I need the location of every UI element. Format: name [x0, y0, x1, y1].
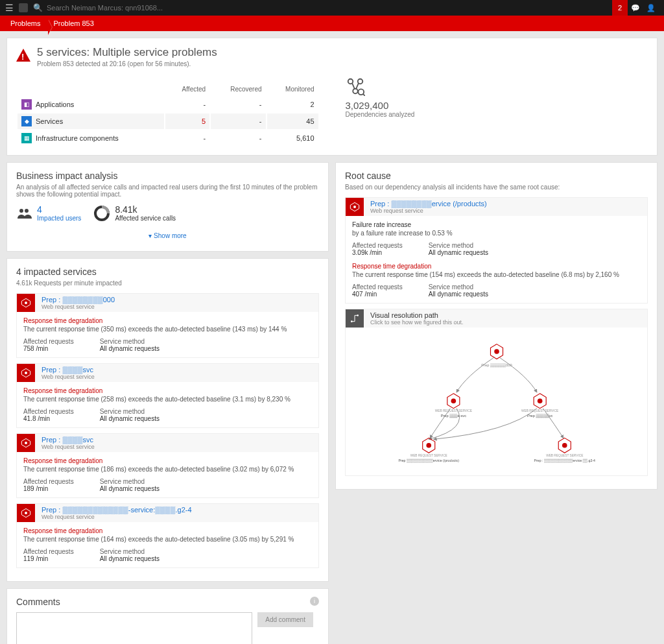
search-icon: 🔍	[33, 3, 43, 12]
svg-point-15	[25, 512, 27, 514]
comment-textarea[interactable]	[16, 612, 252, 644]
add-comment-button[interactable]: Add comment	[257, 612, 313, 627]
impacted-service-item[interactable]: Prep : ▒▒▒▒▒▒▒▒000Web request serviceRes…	[16, 293, 319, 358]
svg-point-6	[25, 209, 29, 213]
svg-point-2	[353, 89, 358, 94]
svg-text:WEB REQUEST SERVICE: WEB REQUEST SERVICE	[410, 454, 447, 457]
affected-calls: 8.41kAffected service calls	[94, 204, 176, 222]
table-row[interactable]: ◧Applications --2	[18, 97, 318, 112]
summary-table: AffectedRecoveredMonitored ◧Applications…	[16, 82, 320, 147]
calls-icon	[94, 206, 110, 221]
infra-icon: ▦	[21, 133, 32, 143]
svg-text:WEB REQUEST SERVICE: WEB REQUEST SERVICE	[434, 409, 471, 412]
impacted-services-card: 4 impacted services 4.61k Requests per m…	[6, 258, 329, 582]
topology-diagram[interactable]: Prep ▒▒▒▒▒▒000 WEB REQUEST SERVICE Prep …	[346, 333, 647, 475]
users-icon	[16, 207, 32, 220]
path-icon	[346, 309, 364, 328]
service-icon	[346, 198, 364, 216]
table-row[interactable]: ▦Infrastructure components --5,610	[18, 130, 318, 146]
table-row[interactable]: ◆Services 5-45	[18, 113, 318, 129]
dependencies-widget: 3,029,400 Dependencies analyzed	[346, 77, 415, 147]
impacted-users-link[interactable]: 4Impacted users	[16, 204, 81, 222]
svg-text:Prep ▒▒▒▒▒vc: Prep ▒▒▒▒▒vc	[527, 414, 552, 418]
svg-text:Prep ▒▒▒e-svc: Prep ▒▒▒e-svc	[440, 414, 466, 418]
svg-text:Prep : ▒▒▒▒▒▒▒▒▒▒▒▒ervice:▒▒.g: Prep : ▒▒▒▒▒▒▒▒▒▒▒▒ervice:▒▒.g2-4	[534, 459, 595, 463]
root-cause-card: Root cause Based on our dependency analy…	[335, 162, 658, 490]
info-icon[interactable]: i	[310, 597, 319, 606]
svg-point-13	[25, 442, 27, 444]
service-name: Prep : ▒▒▒▒svc	[42, 436, 95, 444]
problem-summary-card: 5 services: Multiple service problems Pr…	[6, 38, 658, 156]
page-title: 5 services: Multiple service problems	[37, 46, 217, 59]
crumb-current: Problem 853	[48, 19, 101, 27]
svg-point-9	[25, 302, 27, 304]
service-icon	[17, 364, 35, 382]
search-input[interactable]	[47, 4, 241, 12]
show-more-link[interactable]: ▾ Show more	[16, 228, 319, 243]
comments-card: i Comments Add comment No comments poste…	[6, 588, 329, 644]
impacted-service-item[interactable]: Prep : ▒▒▒▒svcWeb request serviceRespons…	[16, 363, 319, 428]
breadcrumb: Problems Problem 853	[0, 16, 664, 31]
chat-icon[interactable]: 💬	[628, 0, 643, 16]
crumb-problems[interactable]: Problems	[5, 19, 48, 27]
alert-icon	[16, 49, 30, 62]
svg-text:WEB REQUEST SERVICE: WEB REQUEST SERVICE	[546, 454, 583, 457]
svg-line-4	[362, 94, 364, 96]
svg-point-17	[353, 206, 356, 208]
impacted-service-item[interactable]: Prep : ▒▒▒▒svcWeb request serviceRespons…	[16, 433, 319, 498]
dependencies-icon	[346, 77, 365, 96]
service-icon	[17, 294, 35, 312]
search-box[interactable]: 🔍	[33, 3, 612, 12]
business-impact-card: Business impact analysis An analysis of …	[6, 162, 329, 252]
menu-icon[interactable]: ☰	[5, 3, 14, 13]
user-icon[interactable]: 👤	[643, 0, 659, 16]
apps-icon: ◧	[21, 99, 32, 110]
alerts-badge[interactable]: 2	[612, 0, 628, 16]
svg-text:WEB REQUEST SERVICE: WEB REQUEST SERVICE	[521, 409, 558, 412]
topo-label: Prep ▒▒▒▒▒▒000	[481, 363, 512, 368]
svg-point-11	[25, 372, 27, 374]
page-subtitle: Problem 853 detected at 20:16 (open for …	[37, 60, 217, 67]
service-name: Prep : ▒▒▒▒▒▒▒▒000	[42, 296, 115, 304]
app-icon[interactable]	[19, 3, 28, 12]
service-name: Prep : ▒▒▒▒▒▒▒▒▒▒▒▒▒-service:▒▒▒▒.g2-4	[42, 506, 192, 514]
svg-point-3	[358, 89, 364, 95]
root-cause-service[interactable]: Prep : ▒▒▒▒▒▒▒▒ervice (/products)Web req…	[345, 197, 648, 304]
svg-text:Prep ▒▒▒▒▒▒▒▒▒▒▒ervice (/produ: Prep ▒▒▒▒▒▒▒▒▒▒▒ervice (/products)	[398, 459, 459, 463]
services-icon: ◆	[21, 116, 32, 126]
visual-resolution-card[interactable]: Visual resolution pathClick to see how w…	[345, 309, 648, 476]
service-icon	[17, 504, 35, 522]
service-icon	[17, 434, 35, 452]
impacted-service-item[interactable]: Prep : ▒▒▒▒▒▒▒▒▒▒▒▒▒-service:▒▒▒▒.g2-4We…	[16, 503, 319, 568]
service-name: Prep : ▒▒▒▒svc	[42, 366, 95, 374]
svg-point-5	[19, 209, 23, 213]
